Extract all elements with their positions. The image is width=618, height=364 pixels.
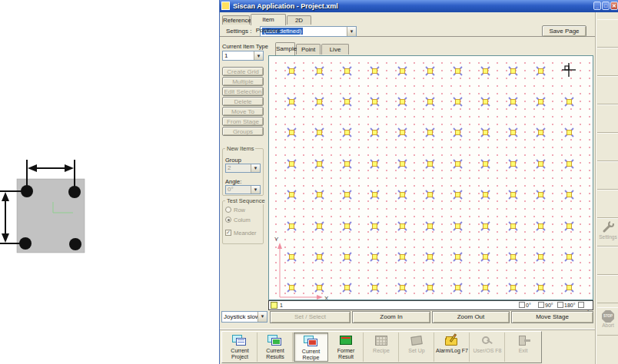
grid-marker[interactable] — [314, 189, 324, 199]
grid-marker[interactable] — [287, 158, 297, 168]
view-tab-point-list[interactable]: Point List — [296, 44, 321, 55]
grid-marker[interactable] — [314, 96, 324, 106]
current-item-type-combo[interactable]: 1 ▼ — [222, 51, 264, 61]
grid-marker[interactable] — [370, 127, 380, 137]
joystick-speed-combo[interactable]: Joystick slow ▼ — [221, 311, 267, 323]
grid-marker[interactable] — [425, 220, 435, 230]
grid-marker[interactable] — [287, 220, 297, 230]
zoom-out-button[interactable]: Zoom Out — [432, 311, 510, 323]
former-result-button[interactable]: Former Result — [329, 333, 364, 362]
grid-marker[interactable] — [536, 251, 546, 261]
grid-marker[interactable] — [536, 65, 546, 75]
grid-marker[interactable] — [480, 189, 490, 199]
grid-marker[interactable] — [480, 220, 490, 230]
view-tab-sample[interactable]: Sample — [275, 42, 295, 55]
grid-marker[interactable] — [425, 189, 435, 199]
view-tab-live-image[interactable]: Live Image — [321, 44, 349, 55]
grid-marker[interactable] — [480, 282, 490, 292]
grid-marker[interactable] — [342, 96, 352, 106]
grid-marker[interactable] — [397, 220, 407, 230]
grid-marker[interactable] — [564, 158, 574, 168]
grid-marker[interactable] — [314, 220, 324, 230]
grid-marker[interactable] — [397, 127, 407, 137]
settings-button[interactable]: Settings — [597, 218, 618, 247]
grid-marker[interactable] — [453, 282, 463, 292]
grid-marker[interactable] — [508, 282, 518, 292]
current-project-button[interactable]: Current Project — [223, 333, 258, 362]
grid-marker[interactable] — [508, 127, 518, 137]
angle-0-checkbox[interactable]: 0° — [519, 302, 531, 309]
grid-marker[interactable] — [397, 251, 407, 261]
grid-marker[interactable] — [287, 65, 297, 75]
close-button[interactable]: ✕ — [610, 2, 618, 10]
chevron-down-icon[interactable]: ▼ — [258, 312, 267, 322]
grid-marker[interactable] — [453, 158, 463, 168]
grid-marker[interactable] — [342, 127, 352, 137]
grid-marker[interactable] — [397, 96, 407, 106]
tab-item-positions[interactable]: Item Positions — [251, 14, 286, 25]
grid-marker[interactable] — [287, 96, 297, 106]
move-stage-button[interactable]: Move Stage — [511, 311, 593, 323]
grid-marker[interactable] — [397, 158, 407, 168]
grid-marker[interactable] — [287, 127, 297, 137]
grid-marker[interactable] — [480, 65, 490, 75]
grid-marker[interactable] — [480, 96, 490, 106]
grid-marker[interactable] — [508, 158, 518, 168]
grid-marker[interactable] — [425, 282, 435, 292]
tab-reference[interactable]: Reference — [222, 15, 250, 25]
grid-marker[interactable] — [480, 251, 490, 261]
grid-marker[interactable] — [397, 189, 407, 199]
zoom-in-button[interactable]: Zoom In — [352, 311, 430, 323]
tab-2d-items[interactable]: 2D Items — [287, 15, 311, 25]
grid-marker[interactable] — [453, 65, 463, 75]
grid-marker[interactable] — [397, 282, 407, 292]
grid-marker[interactable] — [564, 189, 574, 199]
grid-marker[interactable] — [564, 127, 574, 137]
current-recipe-button[interactable]: Current Recipe — [294, 333, 328, 362]
grid-marker[interactable] — [564, 282, 574, 292]
angle-270-checkbox[interactable]: 270° — [578, 302, 593, 309]
grid-marker[interactable] — [536, 158, 546, 168]
grid-marker[interactable] — [480, 127, 490, 137]
minimize-button[interactable]: _ — [593, 2, 601, 10]
grid-marker[interactable] — [314, 282, 324, 292]
grid-marker[interactable] — [508, 96, 518, 106]
sample-grid-area[interactable]: Y X — [268, 55, 593, 300]
grid-marker[interactable] — [342, 251, 352, 261]
current-results-button[interactable]: Current Results — [258, 333, 293, 362]
angle-180-checkbox[interactable]: 180° — [557, 302, 575, 309]
grid-marker[interactable] — [425, 251, 435, 261]
grid-marker[interactable] — [287, 282, 297, 292]
grid-marker[interactable] — [536, 96, 546, 106]
grid-marker[interactable] — [314, 65, 324, 75]
grid-marker[interactable] — [508, 189, 518, 199]
grid-marker[interactable] — [370, 251, 380, 261]
grid-marker[interactable] — [287, 251, 297, 261]
abort-button[interactable]: STOP Abort — [597, 307, 618, 336]
grid-marker[interactable] — [453, 189, 463, 199]
chevron-down-icon[interactable]: ▼ — [254, 51, 263, 60]
grid-marker[interactable] — [564, 251, 574, 261]
grid-marker[interactable] — [425, 96, 435, 106]
grid-marker[interactable] — [370, 158, 380, 168]
grid-marker[interactable] — [453, 251, 463, 261]
grid-marker[interactable] — [370, 65, 380, 75]
grid-marker[interactable] — [370, 282, 380, 292]
grid-marker[interactable] — [287, 189, 297, 199]
title-bar[interactable]: Siscan Application - Project.xml _ □ ✕ — [220, 0, 618, 12]
grid-marker[interactable] — [425, 65, 435, 75]
grid-marker[interactable] — [314, 251, 324, 261]
maximize-button[interactable]: □ — [602, 2, 610, 10]
grid-marker[interactable] — [564, 220, 574, 230]
grid-marker[interactable] — [342, 220, 352, 230]
grid-marker[interactable] — [425, 127, 435, 137]
grid-marker[interactable] — [536, 282, 546, 292]
grid-marker[interactable] — [453, 220, 463, 230]
grid-marker[interactable] — [370, 220, 380, 230]
angle-90-checkbox[interactable]: 90° — [538, 302, 553, 309]
grid-marker[interactable] — [536, 127, 546, 137]
grid-marker[interactable] — [397, 65, 407, 75]
grid-marker[interactable] — [342, 158, 352, 168]
grid-marker[interactable] — [508, 251, 518, 261]
grid-marker[interactable] — [536, 189, 546, 199]
